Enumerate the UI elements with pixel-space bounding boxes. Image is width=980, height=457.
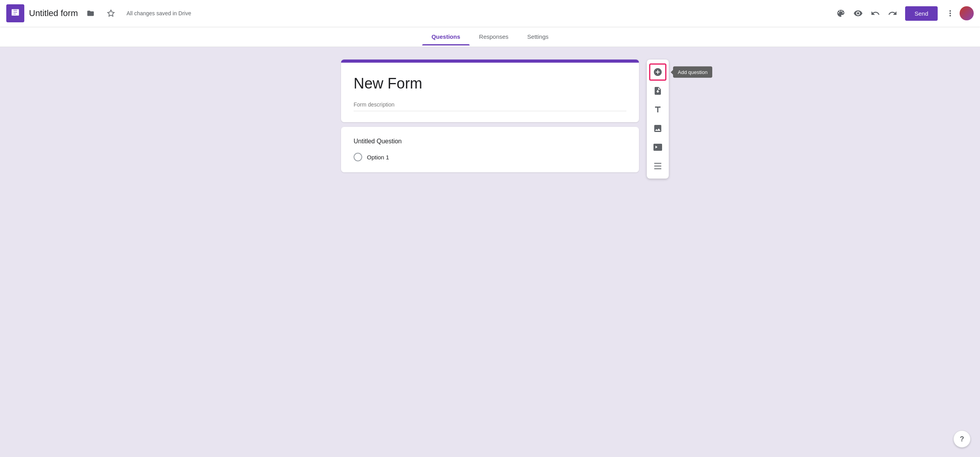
undo-icon [871, 9, 880, 18]
form-title: Untitled form [29, 8, 78, 18]
save-status: All changes saved in Drive [127, 10, 191, 16]
tab-settings[interactable]: Settings [518, 28, 558, 45]
option-label: Option 1 [367, 154, 389, 161]
add-question-tooltip: Add question [673, 67, 712, 78]
image-icon [653, 124, 662, 133]
form-name-title: New Form [354, 75, 626, 92]
redo-button[interactable] [885, 5, 900, 21]
question-card: Untitled Question Option 1 [341, 127, 639, 172]
import-questions-button[interactable] [649, 82, 666, 99]
svg-rect-2 [13, 14, 16, 15]
add-section-button[interactable] [649, 157, 666, 175]
add-video-button[interactable] [649, 139, 666, 156]
add-question-button[interactable]: Add question [649, 63, 666, 81]
radio-button[interactable] [354, 153, 362, 161]
app-header: Untitled form All changes saved in Drive [0, 0, 980, 27]
main-content: New Form Untitled Question Option 1 Add … [0, 47, 980, 457]
form-container: New Form Untitled Question Option 1 [341, 60, 639, 444]
svg-rect-0 [13, 11, 18, 11]
palette-icon [836, 9, 846, 18]
svg-rect-1 [13, 13, 18, 13]
video-icon [653, 143, 662, 152]
app-icon [6, 4, 24, 22]
customize-theme-button[interactable] [833, 5, 849, 21]
preview-button[interactable] [850, 5, 866, 21]
star-icon [107, 9, 115, 17]
title-icon [653, 105, 662, 114]
option-row: Option 1 [354, 153, 626, 161]
form-header-card: New Form [341, 60, 639, 122]
eye-icon [853, 9, 863, 18]
sidebar-toolbar: Add question [647, 60, 669, 179]
add-image-button[interactable] [649, 120, 666, 137]
more-options-button[interactable] [942, 5, 958, 21]
form-description-input[interactable] [354, 98, 626, 111]
send-button[interactable]: Send [905, 6, 938, 21]
forms-icon [10, 8, 21, 19]
avatar[interactable] [960, 6, 974, 20]
add-title-button[interactable] [649, 101, 666, 118]
tabs-bar: Questions Responses Settings [0, 27, 980, 47]
undo-button[interactable] [867, 5, 883, 21]
tab-responses[interactable]: Responses [470, 28, 518, 45]
import-icon [653, 86, 662, 96]
help-button[interactable]: ? [953, 430, 971, 448]
header-left: Untitled form All changes saved in Drive [6, 4, 833, 22]
star-button[interactable] [103, 5, 119, 21]
folder-icon [87, 9, 94, 17]
section-icon [653, 161, 662, 171]
add-circle-icon [653, 67, 662, 77]
tab-questions[interactable]: Questions [422, 28, 470, 45]
more-vert-icon [946, 9, 955, 18]
move-to-folder-button[interactable] [83, 5, 98, 21]
question-title: Untitled Question [354, 138, 626, 145]
redo-icon [888, 9, 897, 18]
header-right: Send [833, 5, 974, 21]
